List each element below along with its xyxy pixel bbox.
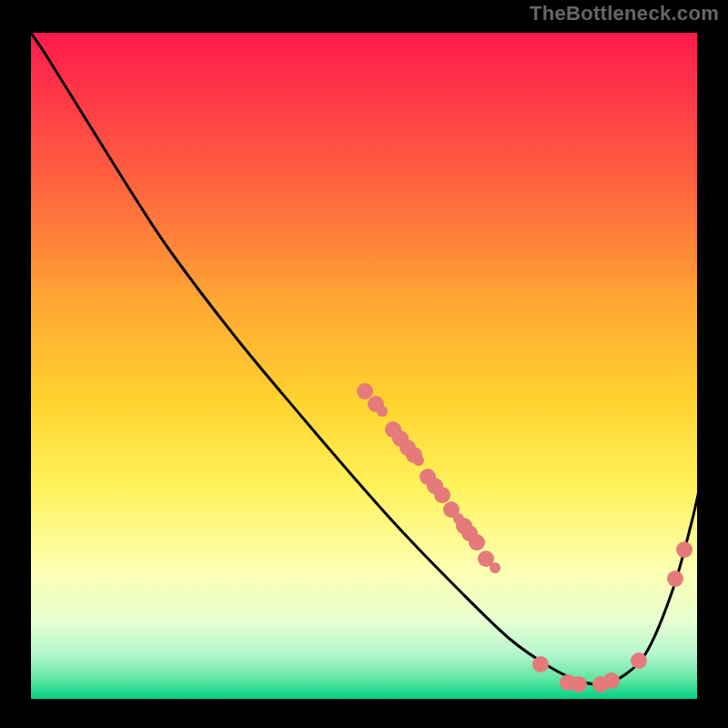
curve-dot	[357, 383, 373, 399]
curve-dot	[631, 652, 647, 669]
curve-dot	[603, 672, 620, 689]
curve-dot	[434, 487, 450, 503]
watermark-text: TheBottleneck.com	[530, 2, 719, 25]
curve-dot	[532, 656, 549, 672]
curve-dot	[413, 455, 424, 466]
curve-dot	[676, 541, 693, 558]
curve-dot	[469, 534, 485, 551]
curve-dot	[490, 562, 500, 573]
curve-dot	[667, 571, 683, 587]
curve-dot	[571, 676, 587, 693]
bottleneck-curve	[31, 33, 701, 684]
chart-overlay-svg	[0, 0, 728, 728]
curve-dot	[377, 406, 388, 417]
